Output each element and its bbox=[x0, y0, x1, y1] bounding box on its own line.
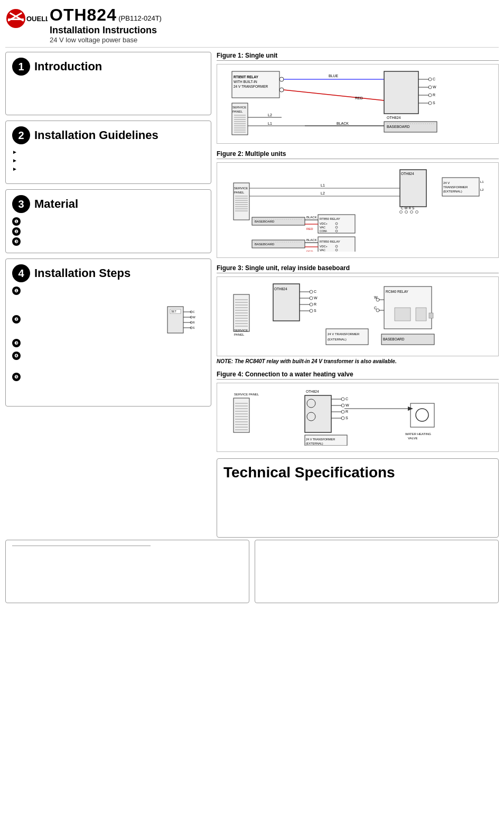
step-num-4: ❹ bbox=[12, 352, 21, 360]
step2-terminal-diagram-icon: SET C W R S bbox=[162, 304, 204, 336]
figure-1-diagram-icon: RT850T RELAY WITH BUILT-IN 24 V TRANSFOR… bbox=[221, 69, 494, 137]
svg-rect-163 bbox=[416, 308, 426, 321]
svg-text:W: W bbox=[433, 85, 436, 89]
svg-text:RED: RED bbox=[306, 250, 313, 252]
guidelines-title: Installation Guidelines bbox=[34, 128, 158, 142]
svg-text:OTH824: OTH824 bbox=[401, 172, 414, 176]
svg-text:WITH BUILT-IN: WITH BUILT-IN bbox=[234, 80, 257, 84]
figure-3-title: Figure 3: Single unit, relay inside base… bbox=[217, 264, 499, 273]
section-guidelines: 2 Installation Guidelines ► ► ► bbox=[5, 121, 211, 184]
svg-text:R: R bbox=[314, 302, 316, 306]
svg-text:W: W bbox=[346, 403, 349, 407]
part-number: (PB112-024T) bbox=[118, 14, 162, 22]
svg-rect-151 bbox=[326, 329, 368, 345]
num-circle-3: ❸ bbox=[12, 237, 21, 246]
step-item-2: ❷ bbox=[12, 315, 23, 324]
section-number-1: 1 bbox=[12, 58, 30, 76]
guideline-bullet-1: ► bbox=[12, 149, 204, 155]
step-num-5: ❺ bbox=[12, 373, 21, 381]
section-number-3: 3 bbox=[12, 195, 30, 213]
svg-text:S: S bbox=[193, 326, 195, 329]
material-header: 3 Material bbox=[12, 195, 204, 213]
svg-text:PANEL: PANEL bbox=[234, 191, 245, 194]
figure-3-section: Figure 3: Single unit, relay inside base… bbox=[217, 264, 499, 364]
svg-point-70 bbox=[410, 211, 413, 214]
svg-text:BASEBOARD: BASEBOARD bbox=[383, 337, 405, 341]
svg-point-25 bbox=[279, 88, 284, 92]
svg-text:RC840 RELAY: RC840 RELAY bbox=[386, 290, 409, 293]
svg-text:BASEBOARD: BASEBOARD bbox=[387, 125, 410, 128]
svg-text:S: S bbox=[314, 309, 316, 312]
svg-text:BLACK: BLACK bbox=[306, 238, 317, 242]
svg-text:W: W bbox=[314, 296, 318, 300]
figure-4-box: SERVICE PANEL OTH8 bbox=[217, 383, 499, 452]
material-item-1: ❶ bbox=[12, 217, 204, 226]
svg-rect-162 bbox=[395, 308, 410, 321]
svg-text:C: C bbox=[193, 310, 195, 313]
step-item-1: ❶ bbox=[12, 287, 204, 295]
svg-point-69 bbox=[405, 211, 408, 214]
arrow-icon-1: ► bbox=[12, 149, 17, 155]
material-item-2: ❷ bbox=[12, 227, 204, 236]
svg-text:VDC+: VDC+ bbox=[320, 245, 328, 248]
svg-text:L1: L1 bbox=[321, 183, 325, 187]
arrow-icon-3: ► bbox=[12, 166, 17, 172]
svg-text:RED: RED bbox=[306, 227, 313, 230]
figure-2-diagram-icon: OTH824 C W R S SERVICE PANEL bbox=[221, 167, 494, 252]
svg-text:(EXTERNAL): (EXTERNAL) bbox=[443, 190, 462, 193]
num-circle-1: ❶ bbox=[12, 217, 21, 226]
svg-text:OTH824: OTH824 bbox=[387, 116, 401, 119]
steps-title: Installation Steps bbox=[34, 266, 130, 280]
step-num-3: ❸ bbox=[12, 339, 21, 347]
svg-text:RED: RED bbox=[355, 96, 363, 100]
material-title: Material bbox=[34, 197, 78, 211]
svg-text:24 V TRANSFORMER: 24 V TRANSFORMER bbox=[328, 333, 360, 336]
svg-point-71 bbox=[416, 211, 418, 214]
figure-4-section: Figure 4: Connection to a water heating … bbox=[217, 371, 499, 452]
svg-text:TRANSFORMER: TRANSFORMER bbox=[443, 186, 468, 189]
section-number-2: 2 bbox=[12, 126, 30, 144]
step-item-5: ❺ bbox=[12, 373, 204, 381]
svg-text:SET: SET bbox=[171, 310, 176, 313]
right-column: Figure 1: Single unit RT850T RELAY WITH … bbox=[217, 52, 499, 538]
svg-text:WATER HEATING: WATER HEATING bbox=[405, 432, 431, 436]
step-item-3: ❸ bbox=[12, 339, 204, 347]
svg-text:VAC: VAC bbox=[320, 226, 325, 229]
svg-text:RT850T RELAY: RT850T RELAY bbox=[234, 75, 258, 79]
svg-text:C: C bbox=[314, 290, 316, 293]
bottom-panels bbox=[5, 540, 499, 603]
logo-area: OUELLET bbox=[5, 5, 48, 32]
svg-text:SERVICE: SERVICE bbox=[234, 187, 248, 190]
svg-text:RT850 RELAY: RT850 RELAY bbox=[320, 217, 340, 220]
section-material: 3 Material ❶ ❷ ❸ bbox=[5, 189, 211, 253]
figure-1-title: Figure 1: Single unit bbox=[217, 52, 499, 61]
ouellet-logo-icon: OUELLET bbox=[5, 5, 48, 32]
svg-text:R: R bbox=[433, 93, 435, 97]
title-area: OTH824 (PB112-024T) Installation Instruc… bbox=[50, 5, 162, 44]
svg-text:24 V: 24 V bbox=[443, 181, 450, 184]
section-number-4: 4 bbox=[12, 264, 30, 282]
figure-3-diagram-icon: OTH824 C W R S bbox=[221, 281, 494, 350]
svg-text:(EXTERNAL): (EXTERNAL) bbox=[328, 338, 347, 341]
figure-1-box: RT850T RELAY WITH BUILT-IN 24 V TRANSFOR… bbox=[217, 64, 499, 144]
guidelines-header: 2 Installation Guidelines bbox=[12, 126, 204, 144]
svg-text:SERVICE PANEL: SERVICE PANEL bbox=[234, 393, 259, 396]
tech-specs-title: Technical Specifications bbox=[223, 464, 492, 481]
header: OUELLET OTH824 (PB112-024T) Installation… bbox=[5, 5, 499, 48]
figure-3-note: NOTE: The RC840T relay with built-in 24 … bbox=[217, 358, 499, 364]
svg-text:C: C bbox=[433, 77, 435, 81]
svg-text:COM-: COM- bbox=[320, 229, 328, 233]
svg-text:W: W bbox=[374, 296, 378, 299]
svg-text:VAC: VAC bbox=[320, 248, 325, 252]
num-circle-2: ❷ bbox=[12, 227, 21, 236]
svg-text:BLACK: BLACK bbox=[337, 122, 349, 125]
figure-3-box: OTH824 C W R S bbox=[217, 276, 499, 356]
bottom-left-line bbox=[12, 546, 151, 546]
steps-header: 4 Installation Steps bbox=[12, 264, 204, 282]
svg-text:24 V TRANSFORMER: 24 V TRANSFORMER bbox=[234, 85, 268, 88]
svg-text:VDC+: VDC+ bbox=[320, 222, 328, 225]
svg-text:C W R S: C W R S bbox=[401, 206, 415, 210]
figure-2-section: Figure 2: Multiple units OTH824 C W R S bbox=[217, 150, 499, 258]
svg-text:BLACK: BLACK bbox=[306, 216, 317, 219]
svg-text:R: R bbox=[346, 410, 348, 413]
